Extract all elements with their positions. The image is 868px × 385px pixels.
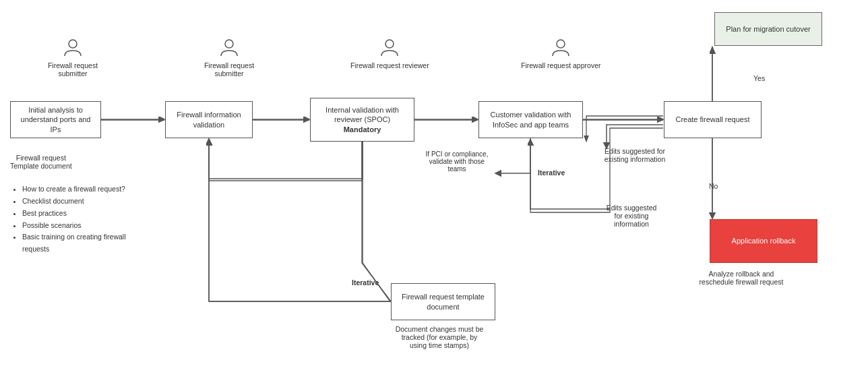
node-customer-validation-text: Customer validation with InfoSec and app… — [485, 110, 577, 129]
node-customer-validation: Customer validation with InfoSec and app… — [478, 101, 583, 138]
node-firewall-info-validation-text: Firewall information validation — [171, 110, 247, 129]
person-icon-3 — [379, 37, 400, 59]
node-migration-cutover-text: Plan for migration cutover — [726, 24, 810, 34]
node-internal-validation: Internal validation with reviewer (SPOC)… — [310, 98, 414, 142]
list-section: How to create a firewall request? Checkl… — [10, 183, 145, 256]
node-template-document: Firewall request template document — [391, 283, 495, 320]
node-migration-cutover: Plan for migration cutover — [714, 12, 822, 46]
node-initial-analysis-text: Initial analysis to understand ports and… — [16, 105, 95, 134]
label-pci-compliance: If PCI or compliance,validate with those… — [416, 150, 497, 173]
person-icon-4 — [550, 37, 571, 59]
node-template-document-text: Firewall request template document — [397, 292, 489, 312]
label-document-changes: Document changes must betracked (for exa… — [379, 325, 500, 349]
actor-label-3: Firewall request reviewer — [350, 61, 429, 69]
label-iterative-1: Iterative — [538, 169, 565, 177]
node-initial-analysis: Initial analysis to understand ports and… — [10, 101, 101, 138]
label-edits-suggested-1: Edits suggested forexisting information — [588, 147, 682, 163]
node-application-rollback-text: Application rollback — [732, 236, 796, 245]
node-firewall-info-validation: Firewall information validation — [165, 101, 253, 138]
actor-label-1: Firewall request submitter — [32, 61, 113, 78]
list-item: Possible scenarios — [22, 220, 145, 232]
label-analyze-rollback: Analyze rollback andreschedule firewall … — [674, 270, 809, 286]
actor-reviewer: Firewall request reviewer — [350, 37, 429, 69]
actor-label-4: Firewall request approver — [521, 61, 600, 69]
node-internal-validation-text: Internal validation with reviewer (SPOC)… — [316, 105, 408, 134]
diagram-container: Firewall request submitter Firewall requ… — [0, 0, 868, 385]
actor-approver: Firewall request approver — [521, 37, 600, 69]
person-icon-2 — [218, 37, 240, 59]
node-create-firewall-text: Create firewall request — [675, 115, 749, 124]
svg-point-8 — [225, 40, 233, 48]
label-iterative-2: Iterative — [352, 278, 379, 287]
node-application-rollback: Application rollback — [710, 219, 817, 263]
actor-submitter-2: Firewall request submitter — [189, 37, 270, 78]
label-yes: Yes — [753, 74, 765, 82]
node-create-firewall-request: Create firewall request — [664, 101, 762, 138]
label-no: No — [709, 182, 718, 190]
list-item: Checklist document — [22, 196, 145, 208]
svg-point-9 — [385, 40, 394, 48]
label-edits-suggested-2: Edits suggestedfor existinginformation — [588, 204, 675, 228]
label-firewall-template-doc: Firewall requestTemplate document — [10, 154, 72, 170]
svg-point-10 — [557, 40, 565, 48]
svg-point-7 — [69, 40, 77, 48]
list-item: Basic training on creating firewall requ… — [22, 231, 145, 256]
actor-label-2: Firewall request submitter — [189, 61, 270, 78]
list-item: How to create a firewall request? — [22, 183, 145, 196]
actor-submitter-1: Firewall request submitter — [32, 37, 113, 78]
list-item: Best practices — [22, 208, 145, 220]
person-icon-1 — [62, 37, 84, 59]
